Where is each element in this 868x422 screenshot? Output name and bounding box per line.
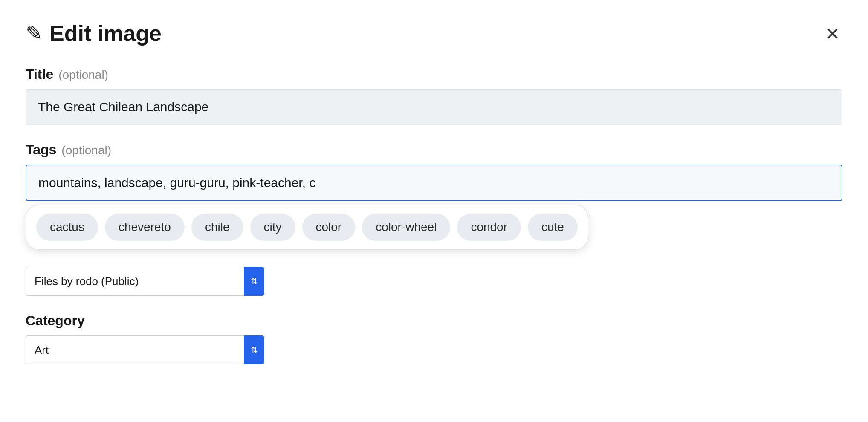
tag-suggestion-condor[interactable]: condor [457, 214, 521, 241]
tag-suggestion-cactus[interactable]: cactus [36, 214, 98, 241]
title-label-text: Title [26, 66, 53, 82]
tags-field-label: Tags (optional) [26, 142, 842, 158]
title-field-label: Title (optional) [26, 66, 842, 82]
tag-suggestion-cute[interactable]: cute [528, 214, 578, 241]
title-field-section: Title (optional) [26, 66, 842, 125]
title-input[interactable] [26, 89, 842, 125]
category-select-wrapper: ArtNatureTechnologyPeopleArchitecture ⇅ [26, 335, 264, 364]
album-select[interactable]: Files by rodo (Public)Other Album [26, 267, 264, 296]
tag-suggestion-color-wheel[interactable]: color-wheel [362, 214, 450, 241]
tags-input[interactable] [26, 165, 842, 201]
dialog-title-row: ✎ Edit image [26, 20, 162, 46]
category-select[interactable]: ArtNatureTechnologyPeopleArchitecture [26, 335, 264, 364]
edit-icon: ✎ [26, 23, 43, 43]
album-select-wrapper: Files by rodo (Public)Other Album ⇅ [26, 267, 264, 296]
edit-image-dialog: ✎ Edit image × Title (optional) Tags (op… [0, 0, 868, 422]
title-optional-text: (optional) [58, 68, 108, 82]
tag-suggestion-color[interactable]: color [302, 214, 356, 241]
tags-optional-text: (optional) [61, 144, 111, 157]
category-label: Category [26, 313, 842, 329]
tags-label-text: Tags [26, 142, 56, 158]
close-button[interactable]: × [823, 20, 842, 46]
tag-suggestion-chevereto[interactable]: chevereto [105, 214, 185, 241]
category-section: Category ArtNatureTechnologyPeopleArchit… [26, 313, 842, 364]
dialog-title: Edit image [49, 20, 162, 46]
dialog-header: ✎ Edit image × [26, 20, 842, 46]
album-row: Files by rodo (Public)Other Album ⇅ [26, 267, 842, 296]
tag-suggestion-chile[interactable]: chile [191, 214, 243, 241]
tags-field-section: Tags (optional) cactuscheveretochilecity… [26, 142, 842, 250]
tag-suggestion-city[interactable]: city [250, 214, 295, 241]
tags-suggestions-container: cactuscheveretochilecitycolorcolor-wheel… [26, 205, 588, 250]
tags-suggestions-dropdown: cactuscheveretochilecitycolorcolor-wheel… [26, 205, 842, 250]
